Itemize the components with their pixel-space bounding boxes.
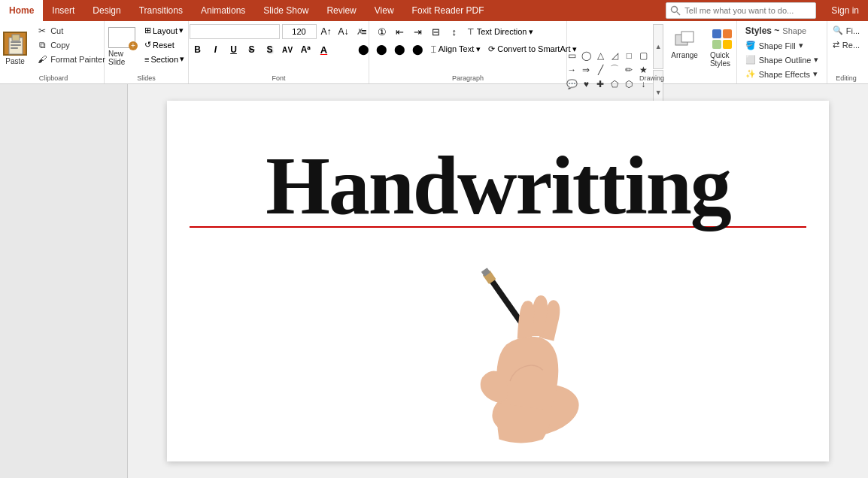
ribbon-group-shape-tools: Styles ~ Shape 🪣 Shape Fill ▾ ⬜ Shape Ou… [737,21,827,83]
shape-btn-rect[interactable]: ▭ [565,49,578,62]
slides-group-label: Slides [105,74,188,82]
tab-design[interactable]: Design [83,0,129,21]
decrease-font-button[interactable]: A↓ [336,24,351,39]
arrange-label: Arrange [671,51,698,59]
section-label: Section [150,55,178,64]
slide-panel[interactable] [0,84,128,478]
drawing-group-label: Drawing [567,74,736,82]
find-button[interactable]: 🔍 Fi... [830,24,863,37]
shape-btn-rtriangle[interactable]: ◿ [608,49,621,62]
copy-button[interactable]: ⧉ Copy [34,38,108,52]
format-painter-icon: 🖌 [37,54,47,65]
hand-illustration [423,213,648,454]
format-button-row: B I U S S AV Aᵃ A [190,41,332,58]
paste-icon [3,32,27,56]
search-icon [666,2,822,19]
slide-canvas-area: Handwritting [128,84,868,478]
shape-fill-button[interactable]: 🪣 Shape Fill ▾ [742,39,822,52]
increase-list-button[interactable]: ⇥ [410,24,426,39]
bullets-button[interactable]: ≡ [356,24,372,39]
ribbon-group-drawing: ▭ ◯ △ ◿ □ ▢ → ⇒ ╱ ⌒ ✏ ★ 💬 ♥ ✚ [567,21,737,83]
paragraph-group-label: Paragraph [369,74,566,82]
layout-button[interactable]: ⊞ Layout ▾ [141,24,187,37]
italic-button[interactable]: I [208,41,224,58]
shape-btn-rect2[interactable]: □ [622,49,636,62]
sign-in-button[interactable]: Sign in [822,2,868,19]
font-color-change-button[interactable]: Aᵃ [298,41,314,58]
replace-label: Re... [842,41,860,50]
align-left-button[interactable]: ⬤ [356,41,372,56]
tab-transitions[interactable]: Transitions [130,0,192,21]
justify-button[interactable]: ⬤ [410,41,426,56]
slide-canvas[interactable]: Handwritting [167,101,829,461]
cols-button[interactable]: ⊟ [428,24,445,39]
font-size-input[interactable] [282,24,317,39]
underline-button[interactable]: U [226,41,242,58]
find-label: Fi... [846,26,860,35]
format-painter-label: Format Painter [50,55,105,64]
numbering-button[interactable]: ① [374,24,390,39]
section-button[interactable]: ≡ Section ▾ [141,53,187,65]
ribbon: Paste ✂ Cut ⧉ Copy 🖌 Format Painter Clip… [0,21,868,84]
text-direction-icon: ⊤ [467,27,475,37]
tab-foxit[interactable]: Foxit Reader PDF [403,0,493,21]
format-painter-button[interactable]: 🖌 Format Painter [34,53,108,66]
shapes-scroll-up[interactable]: ▲ [653,24,663,69]
paragraph-row-1: ≡ ① ⇤ ⇥ ⊟ ↕ ⊤ Text Direction ▾ [356,24,537,39]
slide-title-text: Handwritting [266,140,730,231]
bold-button[interactable]: B [190,41,206,58]
ribbon-group-paragraph: ≡ ① ⇤ ⇥ ⊟ ↕ ⊤ Text Direction ▾ ⬤ ⬤ ⬤ ⬤ ⌶ [369,21,567,83]
section-chevron-icon: ▾ [180,54,184,64]
increase-font-button[interactable]: A↑ [319,24,334,39]
shape-fill-icon: 🪣 [745,41,756,50]
shape-btn-triangle[interactable]: △ [593,49,607,62]
text-direction-label: Text Direction [477,27,527,36]
svg-rect-11 [723,29,732,38]
search-input[interactable] [666,2,816,19]
text-direction-button[interactable]: ⊤ Text Direction ▾ [464,26,537,38]
reset-button[interactable]: ↺ Reset [141,38,187,51]
shape-effects-icon: ✨ [745,69,756,79]
tab-insert[interactable]: Insert [43,0,83,21]
paste-label: Paste [5,57,25,65]
align-center-button[interactable]: ⬤ [374,41,390,56]
replace-button[interactable]: ⇄ Re... [830,38,863,51]
tab-animations[interactable]: Animations [192,0,254,21]
line-spacing-button[interactable]: ↕ [446,24,463,39]
tab-view[interactable]: View [366,0,403,21]
arrange-button[interactable]: Arrange [666,24,703,62]
shape-outline-icon: ⬜ [745,55,756,65]
paragraph-row-2: ⬤ ⬤ ⬤ ⬤ ⌶ Align Text ▾ ⟳ Convert to Smar… [356,41,581,56]
font-color-button[interactable]: A [316,41,332,58]
shape-fill-chevron: ▾ [799,41,803,50]
tab-review[interactable]: Review [317,0,365,21]
shape-outline-button[interactable]: ⬜ Shape Outline ▾ [742,53,822,66]
clip-small-buttons: ✂ Cut ⧉ Copy 🖌 Format Painter [34,24,108,73]
font-name-input[interactable] [190,24,280,39]
slide-sub-buttons: ⊞ Layout ▾ ↺ Reset ≡ Section ▾ [141,24,187,65]
svg-rect-9 [681,32,693,42]
quick-styles-icon [710,27,734,51]
svg-rect-12 [712,40,721,49]
shape-btn-circle[interactable]: ◯ [579,49,593,62]
align-right-button[interactable]: ⬤ [392,41,408,56]
new-slide-button[interactable]: New Slide [105,24,138,69]
shape-btn-rrect[interactable]: ▢ [636,49,650,62]
char-spacing-button[interactable]: AV [280,41,296,58]
shape-effects-button[interactable]: ✨ Shape Effects ▾ [742,68,822,80]
main-area: Handwritting [0,84,868,478]
shape-outline-chevron: ▾ [814,55,818,65]
shadow-button[interactable]: S [262,41,278,58]
strikethrough-button[interactable]: S [244,41,260,58]
smartart-label: Convert to SmartArt [497,44,570,53]
align-text-button[interactable]: ⌶ Align Text ▾ [428,43,484,56]
quick-styles-button[interactable]: Quick Styles [706,24,739,71]
ribbon-tabs: Home Insert Design Transitions Animation… [0,0,868,21]
paste-button[interactable]: Paste [0,24,32,73]
cut-button[interactable]: ✂ Cut [34,24,108,38]
decrease-list-button[interactable]: ⇤ [392,24,408,39]
font-name-row: A↑ A↓ ✗ [190,24,369,39]
tab-slideshow[interactable]: Slide Show [254,0,317,21]
cut-label: Cut [50,26,63,35]
tab-home[interactable]: Home [0,0,43,21]
